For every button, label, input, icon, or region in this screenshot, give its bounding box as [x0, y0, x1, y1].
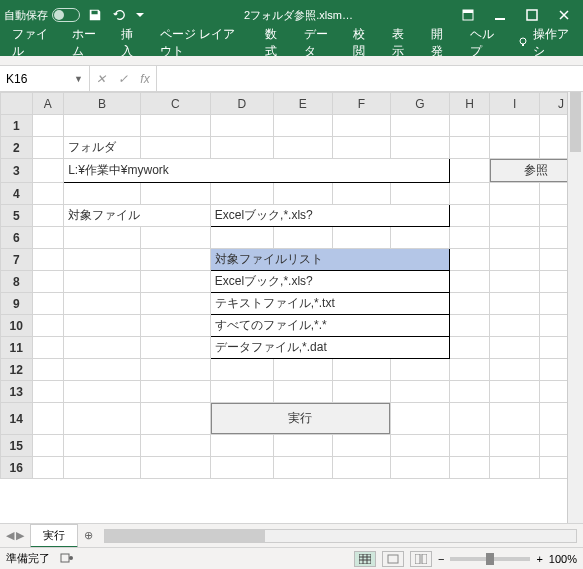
svg-rect-1	[463, 10, 473, 13]
save-icon[interactable]	[88, 8, 102, 22]
target-file-cell[interactable]: Excelブック,*.xls?	[210, 205, 449, 227]
list-item-cell[interactable]: Excelブック,*.xls?	[210, 271, 449, 293]
col-header[interactable]: C	[140, 93, 210, 115]
col-header[interactable]: B	[64, 93, 141, 115]
view-normal-icon[interactable]	[354, 551, 376, 567]
scrollbar-thumb[interactable]	[105, 530, 265, 542]
status-ready: 準備完了	[6, 551, 50, 566]
scrollbar-thumb[interactable]	[570, 92, 581, 152]
select-all-corner[interactable]	[1, 93, 33, 115]
col-header[interactable]: A	[32, 93, 64, 115]
svg-point-4	[520, 38, 526, 44]
name-box[interactable]: K16 ▼	[0, 66, 90, 91]
quick-access-toolbar	[88, 8, 144, 22]
svg-rect-3	[527, 10, 537, 20]
sheet-tab-active[interactable]: 実行	[30, 524, 78, 548]
macro-record-icon[interactable]	[60, 551, 74, 567]
row-header[interactable]: 2	[1, 137, 33, 159]
close-icon[interactable]	[549, 1, 579, 29]
worksheet-grid[interactable]: A B C D E F G H I J 1 2フォルダ 3 L:¥作業中¥myw…	[0, 92, 583, 523]
zoom-out-icon[interactable]: −	[438, 553, 444, 565]
autosave-toggle-group[interactable]: 自動保存	[4, 8, 80, 23]
row-header[interactable]: 5	[1, 205, 33, 227]
name-box-value: K16	[6, 72, 27, 86]
col-header[interactable]: D	[210, 93, 273, 115]
maximize-icon[interactable]	[517, 1, 547, 29]
list-item-cell[interactable]: すべてのファイル,*.*	[210, 315, 449, 337]
sheet-nav-prev-icon[interactable]: ◀	[6, 529, 14, 542]
list-item-cell[interactable]: テキストファイル,*.txt	[210, 293, 449, 315]
row-header[interactable]: 13	[1, 381, 33, 403]
svg-rect-14	[415, 554, 420, 564]
enter-formula-icon[interactable]: ✓	[112, 72, 134, 86]
row-header[interactable]: 7	[1, 249, 33, 271]
cell-label-folder[interactable]: フォルダ	[64, 137, 141, 159]
lightbulb-icon	[517, 36, 529, 51]
formula-bar: K16 ▼ ✕ ✓ fx	[0, 66, 583, 92]
zoom-level[interactable]: 100%	[549, 553, 577, 565]
tell-me-label: 操作アシ	[533, 26, 573, 60]
row-header[interactable]: 15	[1, 435, 33, 457]
row-header[interactable]: 12	[1, 359, 33, 381]
view-pagebreak-icon[interactable]	[410, 551, 432, 567]
row-header[interactable]: 1	[1, 115, 33, 137]
cell-label-target-file[interactable]: 対象ファイル	[64, 205, 211, 227]
svg-rect-2	[495, 18, 505, 20]
name-box-dropdown-icon[interactable]: ▼	[74, 74, 83, 84]
row-header[interactable]: 3	[1, 159, 33, 183]
horizontal-scrollbar[interactable]	[104, 529, 577, 543]
row-header[interactable]: 9	[1, 293, 33, 315]
row-header[interactable]: 14	[1, 403, 33, 435]
sheet-tabs-bar: ◀ ▶ 実行 ⊕	[0, 523, 583, 547]
row-header[interactable]: 11	[1, 337, 33, 359]
row-header[interactable]: 6	[1, 227, 33, 249]
svg-rect-6	[61, 554, 69, 562]
row-header[interactable]: 4	[1, 183, 33, 205]
list-item-cell[interactable]: データファイル,*.dat	[210, 337, 449, 359]
svg-rect-15	[422, 554, 427, 564]
formula-input[interactable]	[157, 66, 583, 91]
col-header[interactable]: F	[332, 93, 391, 115]
view-pagelayout-icon[interactable]	[382, 551, 404, 567]
execute-button[interactable]: 実行	[211, 403, 390, 434]
status-bar: 準備完了 − + 100%	[0, 547, 583, 569]
svg-rect-8	[359, 554, 371, 564]
vertical-scrollbar[interactable]	[567, 92, 583, 523]
zoom-in-icon[interactable]: +	[536, 553, 542, 565]
col-header[interactable]: I	[490, 93, 540, 115]
ribbon-collapsed-area	[0, 56, 583, 66]
row-header[interactable]: 8	[1, 271, 33, 293]
list-header-cell[interactable]: 対象ファイルリスト	[210, 249, 449, 271]
col-header[interactable]: E	[273, 93, 332, 115]
window-title: 2フォルダ参照.xlsm…	[144, 8, 453, 23]
column-headers[interactable]: A B C D E F G H I J	[1, 93, 583, 115]
row-header[interactable]: 10	[1, 315, 33, 337]
svg-point-7	[69, 556, 73, 560]
tell-me-search[interactable]: 操作アシ	[511, 26, 579, 60]
svg-rect-13	[388, 555, 398, 563]
sheet-nav: ◀ ▶	[0, 529, 30, 542]
redo-dropdown-icon[interactable]	[136, 11, 144, 19]
svg-rect-5	[522, 44, 524, 46]
folder-path-cell[interactable]: L:¥作業中¥mywork	[64, 159, 450, 183]
fx-icon[interactable]: fx	[134, 72, 156, 86]
sheet-nav-next-icon[interactable]: ▶	[16, 529, 24, 542]
add-sheet-icon[interactable]: ⊕	[78, 529, 98, 542]
row-header[interactable]: 16	[1, 457, 33, 479]
undo-icon[interactable]	[112, 8, 126, 22]
autosave-label: 自動保存	[4, 8, 48, 23]
autosave-toggle[interactable]	[52, 8, 80, 22]
col-header[interactable]: H	[449, 93, 490, 115]
zoom-slider[interactable]	[450, 557, 530, 561]
ribbon-tabs: ファイル ホーム 挿入 ページ レイアウト 数式 データ 校閲 表示 開発 ヘル…	[0, 30, 583, 56]
cancel-formula-icon[interactable]: ✕	[90, 72, 112, 86]
col-header[interactable]: G	[391, 93, 450, 115]
